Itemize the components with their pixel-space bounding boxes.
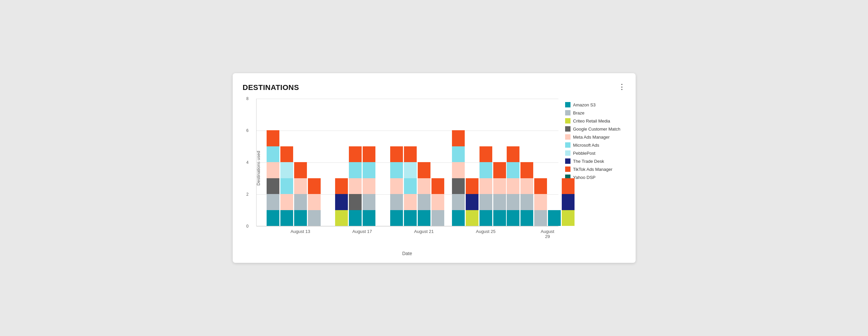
bar-segment <box>363 210 375 226</box>
bar-segment <box>404 178 417 194</box>
bar-segment <box>479 194 492 210</box>
bar-segment <box>452 210 465 226</box>
bar-segment <box>507 146 520 163</box>
bar-segment <box>363 146 375 163</box>
bar-segment <box>418 178 431 194</box>
bar-segment <box>294 162 307 178</box>
x-label: August 21 <box>414 229 434 234</box>
bar-stack <box>418 162 431 226</box>
bar-segment <box>267 130 279 146</box>
card-header: DESTINATIONS ⋮ <box>243 83 626 92</box>
legend-label: Yahoo DSP <box>573 175 596 180</box>
bar-segment <box>466 194 478 210</box>
bar-segment <box>452 194 465 210</box>
bar-segment <box>493 178 506 194</box>
bar-segment <box>418 162 431 178</box>
bar-segment <box>390 146 403 163</box>
bar-stack <box>534 178 547 226</box>
bar-stack <box>404 146 417 226</box>
bar-stack <box>280 146 293 226</box>
bar-segment <box>349 210 362 226</box>
bar-stack <box>466 178 478 226</box>
bar-segment <box>521 178 533 194</box>
legend-label: TikTok Ads Manager <box>573 167 613 172</box>
bar-segment <box>349 194 362 210</box>
bar-segment <box>534 210 547 226</box>
bar-stack <box>521 162 533 226</box>
bar-segment <box>267 194 279 210</box>
bar-segment <box>432 194 444 210</box>
legend-item: The Trade Desk <box>565 159 626 164</box>
bar-segment <box>335 178 348 194</box>
bar-segment <box>418 194 431 210</box>
bar-segment <box>507 178 520 194</box>
bar-segment <box>349 146 362 163</box>
legend-item: Criteo Retail Media <box>565 118 626 124</box>
bar-segment <box>335 194 348 210</box>
bar-segment <box>404 194 417 210</box>
legend-label: The Trade Desk <box>573 159 604 164</box>
bar-segment <box>452 162 465 178</box>
bar-segment <box>479 146 492 163</box>
bar-segment <box>562 194 575 210</box>
bar-segment <box>280 194 293 210</box>
x-label: August 25 <box>476 229 496 234</box>
bar-segment <box>267 210 279 226</box>
bar-stack <box>548 210 561 226</box>
bar-segment <box>507 162 520 178</box>
x-label: August 29 <box>540 229 554 239</box>
bar-segment <box>363 194 375 210</box>
chart-inner: Destinations used 02468 August 13August … <box>256 99 558 237</box>
bar-segment <box>335 210 348 226</box>
bar-segment <box>507 194 520 210</box>
bar-segment <box>418 210 431 226</box>
bar-segment <box>294 178 307 194</box>
bar-segment <box>390 178 403 194</box>
bar-stack <box>432 178 444 226</box>
bar-segment <box>390 210 403 226</box>
legend-label: Google Customer Match <box>573 127 621 132</box>
legend-swatch <box>565 134 570 140</box>
legend-item: Amazon S3 <box>565 102 626 107</box>
bar-segment <box>349 162 362 178</box>
y-tick: 4 <box>246 160 249 165</box>
chart-area: Destinations used 02468 August 13August … <box>243 99 558 256</box>
bar-stack <box>267 130 279 226</box>
bar-segment <box>404 146 417 163</box>
grid-line <box>256 99 558 99</box>
legend-item: PebblePost <box>565 150 626 156</box>
legend-swatch <box>565 126 570 132</box>
legend-label: Amazon S3 <box>573 102 596 107</box>
x-label: August 17 <box>352 229 372 234</box>
menu-icon[interactable]: ⋮ <box>618 83 626 91</box>
legend-label: Criteo Retail Media <box>573 119 611 124</box>
chart-plot: 02468 <box>256 99 558 226</box>
x-label: August 13 <box>290 229 310 234</box>
legend-swatch <box>565 118 570 124</box>
bar-segment <box>534 178 547 194</box>
bar-segment <box>267 146 279 163</box>
bar-segment <box>390 194 403 210</box>
bar-segment <box>521 162 533 178</box>
grid-line <box>256 131 558 131</box>
bar-stack <box>308 178 321 226</box>
legend-label: Meta Ads Manager <box>573 135 610 140</box>
legend-swatch <box>565 159 570 164</box>
bar-stack <box>507 146 520 226</box>
bar-segment <box>390 162 403 178</box>
bar-segment <box>404 210 417 226</box>
bar-segment <box>479 178 492 194</box>
bar-segment <box>280 178 293 194</box>
bar-segment <box>308 210 321 226</box>
y-tick: 0 <box>246 224 249 229</box>
bar-segment <box>493 162 506 178</box>
bar-segment <box>452 130 465 146</box>
legend-swatch <box>565 142 570 148</box>
legend-item: TikTok Ads Manager <box>565 167 626 172</box>
bar-segment <box>294 194 307 210</box>
bar-segment <box>280 146 293 163</box>
bar-segment <box>534 194 547 210</box>
y-tick: 2 <box>246 192 249 197</box>
bar-segment <box>432 178 444 194</box>
bar-segment <box>432 210 444 226</box>
